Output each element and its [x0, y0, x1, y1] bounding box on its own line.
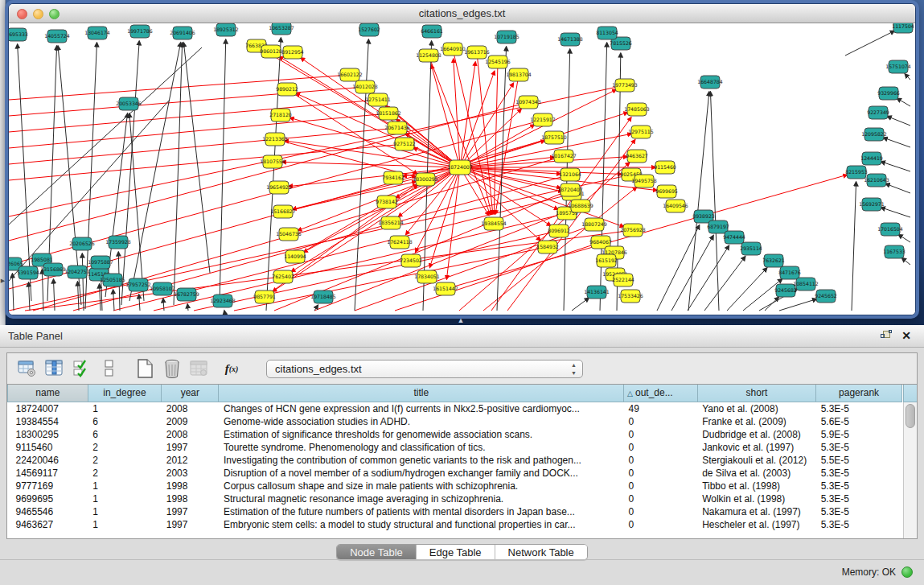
table-cell[interactable]: 2 [88, 441, 162, 454]
zoom-window-icon[interactable] [49, 9, 60, 19]
graph-node-teal[interactable]: 16782759 [174, 288, 199, 301]
graph-node-yellow[interactable]: 2522144 [612, 274, 634, 286]
graph-node-teal[interactable]: 12923468 [210, 295, 236, 307]
graph-node-yellow[interactable]: 7934162 [382, 171, 405, 184]
tab-network-table[interactable]: Network Table [495, 545, 587, 560]
table-cell[interactable]: 1 [88, 480, 162, 492]
table-cell[interactable]: 6 [88, 428, 162, 441]
table-cell[interactable]: Investigating the contribution of common… [219, 454, 624, 467]
table-cell[interactable]: 2008 [162, 402, 219, 415]
graph-node-teal[interactable]: 1527602 [358, 23, 380, 36]
table-cell[interactable]: 9699695 [8, 492, 88, 505]
graph-node-teal[interactable]: 16210643 [864, 174, 889, 187]
table-cell[interactable]: Estimation of significance thresholds fo… [219, 428, 624, 441]
table-cell[interactable]: 0 [624, 492, 698, 505]
table-cell[interactable]: Tibbo et al. (1998) [697, 480, 816, 492]
graph-node-yellow[interactable]: 12545196 [485, 56, 511, 68]
table-row[interactable]: 946362711997Embryonic stem cells: a mode… [8, 518, 902, 531]
graph-node-teal[interactable]: 17359928 [105, 236, 131, 249]
table-cell[interactable]: de Silva et al. (2003) [697, 467, 816, 480]
graph-node-teal[interactable]: 14055724 [44, 30, 70, 43]
table-row[interactable]: 946554611997Estimation of the future num… [8, 505, 902, 518]
table-cell[interactable]: 49 [624, 402, 698, 415]
graph-node-yellow[interactable]: 18807249 [581, 218, 607, 231]
close-window-icon[interactable] [17, 9, 27, 19]
graph-node-teal[interactable]: 20206526 [69, 237, 95, 250]
graph-node-teal[interactable]: 10719185 [494, 31, 519, 43]
graph-node-yellow[interactable]: 9275122 [393, 138, 416, 150]
graph-node-teal[interactable]: 10975887 [88, 256, 113, 269]
graph-node-yellow[interactable]: 11254808 [416, 49, 441, 62]
scrollbar-thumb[interactable] [906, 404, 915, 428]
graph-node-yellow[interactable]: 1140994 [284, 250, 306, 263]
table-cell[interactable]: 1 [88, 505, 162, 518]
table-cell[interactable]: 5.5E-5 [816, 454, 902, 467]
table-cell[interactable]: Structural magnetic resonance image aver… [219, 492, 624, 505]
tab-node-table[interactable]: Node Table [337, 545, 417, 560]
graph-node-yellow[interactable]: 20671436 [384, 122, 410, 134]
graph-node-yellow[interactable]: 17485063 [624, 103, 650, 116]
graph-node-teal[interactable]: 1695333 [9, 28, 28, 41]
graph-node-yellow[interactable]: 16409546 [663, 200, 688, 212]
table-cell[interactable]: 22420046 [8, 454, 88, 467]
table-cell[interactable]: Tourette syndrome. Phenomenology and cla… [219, 441, 624, 454]
new-column-icon[interactable] [134, 358, 155, 379]
table-cell[interactable]: 6 [88, 415, 162, 428]
graph-node-yellow[interactable]: 19813704 [506, 68, 532, 81]
graph-node-teal[interactable]: 6466161 [421, 25, 443, 38]
column-header-outde[interactable]: △out_de... [624, 385, 698, 402]
graph-node-yellow[interactable]: 12215917 [530, 113, 556, 126]
table-mode-icon[interactable] [17, 358, 38, 379]
table-cell[interactable]: Corpus callosum shape and size in male p… [219, 480, 624, 492]
graph-node-yellow[interactable]: 9738142 [376, 196, 398, 208]
graph-node-teal[interactable]: 9227349 [867, 106, 889, 119]
collapsed-panel-strip[interactable]: ▶ [0, 0, 6, 325]
graph-node-teal[interactable]: 9329966 [877, 87, 900, 100]
table-cell[interactable]: 5.3E-5 [816, 402, 902, 415]
graph-node-yellow[interactable]: 18107554 [260, 155, 285, 168]
graph-node-yellow[interactable]: 7625402 [272, 270, 294, 283]
column-header-title[interactable]: title [219, 385, 624, 402]
graph-node-yellow[interactable]: 1584932 [536, 241, 559, 253]
graph-node-yellow[interactable]: 8912954 [281, 46, 304, 59]
graph-node-yellow[interactable]: 1321064 [559, 168, 581, 181]
import-table-icon[interactable] [189, 358, 210, 379]
table-cell[interactable]: 5.3E-5 [816, 518, 902, 531]
table-row[interactable]: 1830029562008Estimation of significance … [8, 428, 902, 441]
graph-node-teal[interactable]: 17957252 [125, 278, 151, 291]
table-row[interactable]: 911546021997Tourette syndrome. Phenomeno… [8, 441, 902, 454]
table-cell[interactable]: 1997 [162, 518, 219, 531]
graph-node-teal[interactable]: 14136141 [584, 286, 610, 299]
graph-node-yellow[interactable]: 8096912 [548, 225, 570, 237]
graph-node-yellow[interactable]: 19773493 [612, 79, 638, 92]
column-header-pagerank[interactable]: pagerank [816, 385, 902, 402]
table-selector[interactable]: citations_edges.txt ▲▼ [266, 360, 583, 378]
graph-node-teal[interactable]: 7632621 [762, 254, 785, 267]
node-table[interactable]: namein_degreeyeartitle△out_de...shortpag… [7, 385, 902, 531]
graph-node-yellow[interactable]: 9890212 [276, 83, 298, 96]
graph-node-teal[interactable]: 2935114 [740, 242, 762, 255]
table-cell[interactable]: 5.3E-5 [816, 467, 902, 480]
table-cell[interactable]: 2008 [162, 428, 219, 441]
table-cell[interactable]: Estimation of the future numbers of pati… [219, 505, 624, 518]
table-cell[interactable]: 1997 [162, 505, 219, 518]
table-row[interactable]: 977716911998Corpus callosum shape and si… [8, 480, 902, 492]
graph-node-yellow[interactable]: 10974343 [515, 96, 541, 109]
table-cell[interactable]: Nakamura et al. (1997) [697, 505, 816, 518]
graph-node-yellow[interactable]: 1615192 [595, 254, 618, 267]
graph-node-yellow[interactable]: 16602122 [337, 68, 363, 81]
graph-node-yellow[interactable]: 10167427 [551, 150, 577, 163]
graph-node-yellow[interactable]: 9699695 [655, 185, 678, 198]
table-cell[interactable]: 19384554 [8, 415, 88, 428]
table-cell[interactable]: Dudbridge et al. (2008) [697, 428, 816, 441]
graph-node-teal[interactable]: 13046174 [84, 27, 110, 39]
select-column-icon[interactable] [44, 358, 65, 379]
graph-node-teal[interactable]: 9245652 [815, 290, 837, 303]
graph-node-yellow[interactable]: 9857791 [253, 290, 276, 303]
column-header-indegree[interactable]: in_degree [88, 385, 162, 402]
table-cell[interactable]: 9465546 [8, 505, 88, 518]
network-window[interactable]: citations_edges.txt 18724007183002951938… [8, 3, 916, 315]
table-cell[interactable]: 18300295 [8, 428, 88, 441]
graph-node-yellow[interactable]: 2718120 [269, 109, 292, 122]
graph-node-yellow[interactable]: 14012028 [352, 80, 378, 93]
